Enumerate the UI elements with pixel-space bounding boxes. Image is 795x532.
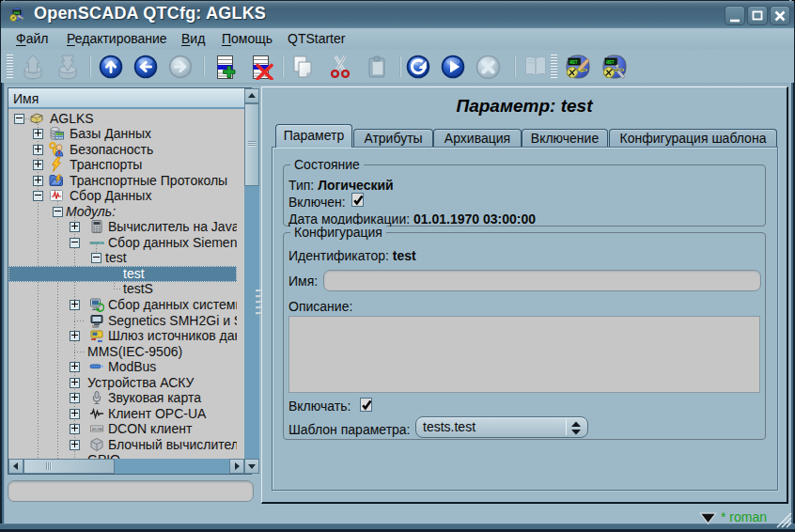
- svg-text:HST: HST: [569, 60, 578, 65]
- svg-text:HST: HST: [606, 60, 615, 65]
- svg-text:SIEMENS: SIEMENS: [89, 241, 104, 245]
- svg-text:DCON: DCON: [92, 428, 102, 431]
- svg-text:AGL: AGL: [32, 117, 42, 122]
- svg-text:388: 388: [14, 11, 20, 15]
